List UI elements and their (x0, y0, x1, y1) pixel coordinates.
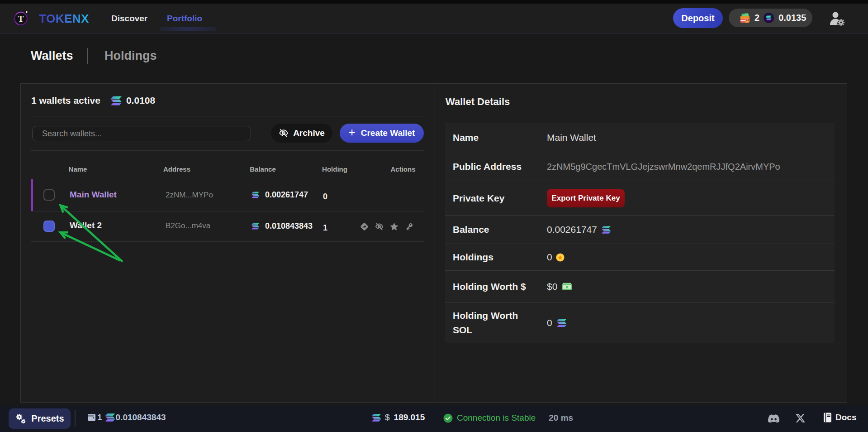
svg-text:T: T (18, 14, 24, 24)
